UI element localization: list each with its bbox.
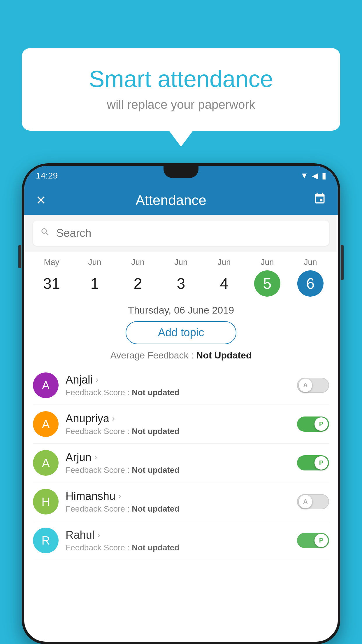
cal-month: Jun [217,258,231,267]
cal-month: Jun [174,258,187,267]
attendance-toggle[interactable]: A [297,494,329,509]
app-bar-title: Attendance [55,192,287,208]
student-feedback: Feedback Score : Not updated [66,388,290,397]
student-info: Himanshu ›Feedback Score : Not updated [66,490,290,514]
wifi-icon: ▼ [300,171,308,180]
bubble-subtitle: will replace your paperwork [36,98,326,112]
student-info: Anjali ›Feedback Score : Not updated [66,374,290,397]
attendance-toggle[interactable]: A [297,378,329,393]
signal-icon: ◀ [312,171,318,181]
cal-month: Jun [261,258,274,267]
student-row[interactable]: AAnjali ›Feedback Score : Not updatedA [33,366,329,405]
student-feedback: Feedback Score : Not updated [66,543,290,552]
speech-bubble: Smart attendance will replace your paper… [22,48,340,131]
cal-month: May [44,258,59,267]
calendar-day[interactable]: May31 [34,258,69,297]
students-list: AAnjali ›Feedback Score : Not updatedAAA… [33,366,329,560]
phone-frame: 14:29 ▼ ◀ ▮ ✕ Attendance [22,163,340,644]
bubble-title: Smart attendance [36,66,326,92]
toggle-knob: P [314,456,328,470]
calendar-day[interactable]: Jun2 [120,258,155,297]
cal-num[interactable]: 6 [297,270,324,297]
student-name[interactable]: Anjali › [66,374,290,386]
chevron-right-icon: › [112,414,115,423]
selected-date: Thursday, 06 June 2019 [33,298,329,321]
calendar-day[interactable]: Jun4 [207,258,242,297]
search-bar [24,215,338,252]
average-feedback: Average Feedback : Not Updated [33,350,329,361]
cal-num[interactable]: 3 [168,270,194,297]
status-time: 14:29 [36,171,58,181]
student-avatar: R [33,528,59,553]
student-feedback: Feedback Score : Not updated [66,504,290,514]
toggle-knob: A [299,379,312,392]
app-bar: ✕ Attendance [24,186,338,215]
student-feedback: Feedback Score : Not updated [66,427,290,436]
student-name[interactable]: Anupriya › [66,412,290,425]
chevron-right-icon: › [94,453,97,462]
student-name[interactable]: Rahul › [66,529,290,541]
chevron-right-icon: › [96,375,98,384]
phone-screen: 14:29 ▼ ◀ ▮ ✕ Attendance [24,166,338,642]
calendar-day[interactable]: Jun1 [77,258,112,297]
cal-num[interactable]: 1 [82,270,108,297]
cal-num[interactable]: 2 [125,270,151,297]
student-row[interactable]: RRahul ›Feedback Score : Not updatedP [33,521,329,560]
chevron-right-icon: › [118,491,121,501]
add-topic-button[interactable]: Add topic [126,321,236,344]
student-row[interactable]: HHimanshu ›Feedback Score : Not updatedA [33,482,329,521]
cal-month: Jun [88,258,101,267]
status-icons: ▼ ◀ ▮ [300,171,326,181]
attendance-toggle[interactable]: P [297,533,329,548]
student-info: Anupriya ›Feedback Score : Not updated [66,412,290,436]
cal-num[interactable]: 4 [211,270,237,297]
avg-feedback-label: Average Feedback : [110,350,194,360]
toggle-knob: P [314,417,328,431]
student-avatar: A [33,411,59,437]
calendar-day[interactable]: Jun5 [250,258,285,297]
student-info: Arjun ›Feedback Score : Not updated [66,451,290,475]
calendar-day[interactable]: Jun6 [293,258,328,297]
student-feedback: Feedback Score : Not updated [66,466,290,475]
battery-icon: ▮ [322,171,326,181]
attendance-toggle[interactable]: P [297,416,329,432]
attendance-toggle[interactable]: P [297,455,329,470]
student-info: Rahul ›Feedback Score : Not updated [66,529,290,552]
calendar-day[interactable]: Jun3 [164,258,198,297]
cal-month: Jun [304,258,317,267]
close-icon[interactable]: ✕ [36,193,46,207]
student-avatar: A [33,372,59,398]
calendar-icon[interactable] [313,192,326,208]
search-wrap [33,220,329,246]
toggle-knob: A [299,495,312,508]
cal-num[interactable]: 5 [254,270,280,297]
avg-feedback-value: Not Updated [196,350,252,360]
phone-notch [164,166,198,178]
search-icon [40,227,50,239]
cal-month: Jun [131,258,144,267]
search-input-container[interactable] [33,220,329,246]
student-name[interactable]: Arjun › [66,451,290,464]
student-avatar: A [33,450,59,476]
chevron-right-icon: › [97,530,100,540]
student-row[interactable]: AAnupriya ›Feedback Score : Not updatedP [33,405,329,444]
toggle-knob: P [314,534,328,547]
student-row[interactable]: AArjun ›Feedback Score : Not updatedP [33,444,329,482]
main-content: Thursday, 06 June 2019 Add topic Average… [24,298,338,560]
student-avatar: H [33,489,59,514]
calendar-strip[interactable]: May31Jun1Jun2Jun3Jun4Jun5Jun6 [24,252,338,298]
cal-num[interactable]: 31 [38,270,65,297]
student-name[interactable]: Himanshu › [66,490,290,503]
search-field[interactable] [53,227,320,239]
